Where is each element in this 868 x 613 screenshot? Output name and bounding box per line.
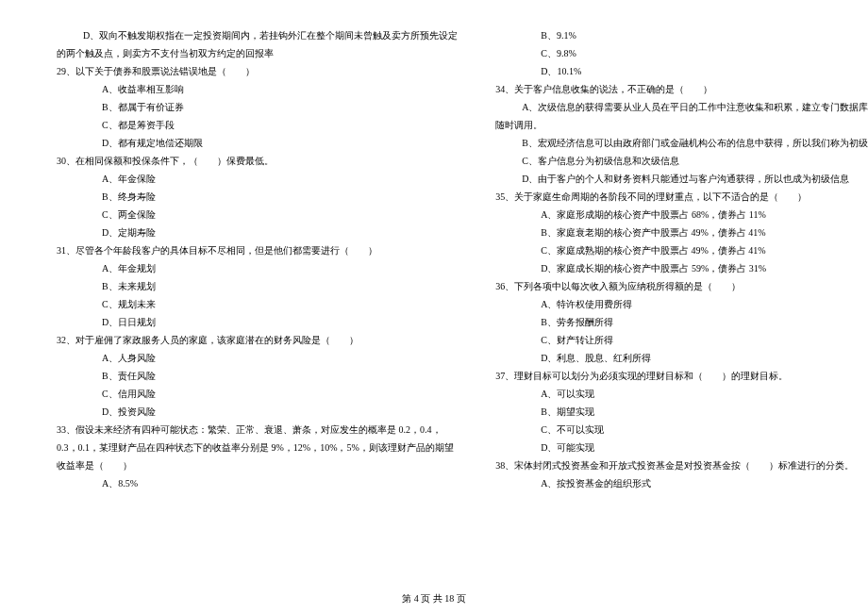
right_column-line: 36、下列各项中以每次收入额为应纳税所得额的是（ ） [486, 277, 868, 295]
left_column-line: B、责任风险 [47, 367, 458, 385]
right_column-line: A、次级信息的获得需要从业人员在平日的工作中注意收集和积累，建立专门数据库，以便 [486, 98, 868, 116]
left_column-line: A、收益率相互影响 [47, 80, 458, 98]
left_column-line: 30、在相同保额和投保条件下，（ ）保费最低。 [47, 152, 458, 170]
left_column-line: D、双向不触发期权指在一定投资期间内，若挂钩外汇在整个期间未曾触及卖方所预先设定 [47, 26, 458, 44]
right_column-line: 37、理财目标可以划分为必须实现的理财目标和（ ）的理财目标。 [486, 367, 868, 385]
left_column-line: C、都是筹资手段 [47, 116, 458, 134]
right_column-line: D、可能实现 [486, 439, 868, 456]
left_column-line: B、未来规划 [47, 277, 458, 295]
left_column-line: C、两全保险 [47, 206, 458, 224]
left_column-line: D、都有规定地偿还期限 [47, 134, 458, 152]
right_column-line: B、家庭衰老期的核心资产中股票占 49%，债券占 41% [486, 224, 868, 241]
right_column-line: C、客户信息分为初级信息和次级信息 [486, 152, 868, 170]
left-column: D、双向不触发期权指在一定投资期间内，若挂钩外汇在整个期间未曾触及卖方所预先设定… [47, 26, 458, 492]
left_column-line: A、人身风险 [47, 349, 458, 367]
right_column-line: C、财产转让所得 [486, 331, 868, 349]
right_column-line: C、不可以实现 [486, 421, 868, 439]
page-content: D、双向不触发期权指在一定投资期间内，若挂钩外汇在整个期间未曾触及卖方所预先设定… [0, 0, 868, 492]
right_column-line: D、家庭成长期的核心资产中股票占 59%，债券占 31% [486, 259, 868, 277]
right_column-line: B、劳务报酬所得 [486, 313, 868, 331]
right_column-line: A、可以实现 [486, 385, 868, 403]
right_column-line: C、家庭成熟期的核心资产中股票占 49%，债券占 41% [486, 241, 868, 259]
left_column-line: D、投资风险 [47, 403, 458, 421]
left_column-line: D、日日规划 [47, 313, 458, 331]
left_column-line: B、终身寿险 [47, 188, 458, 206]
right_column-line: B、期望实现 [486, 403, 868, 421]
left_column-line: C、规划未来 [47, 295, 458, 313]
left_column-line: 32、对于雇佣了家政服务人员的家庭，该家庭潜在的财务风险是（ ） [47, 331, 458, 349]
right_column-line: 35、关于家庭生命周期的各阶段不同的理财重点，以下不适合的是（ ） [486, 188, 868, 206]
right_column-line: D、由于客户的个人和财务资料只能通过与客户沟通获得，所以也成为初级信息 [486, 170, 868, 188]
left_column-line: 0.3，0.1，某理财产品在四种状态下的收益率分别是 9%，12%，10%，5%… [47, 439, 458, 456]
right_column-line: B、宏观经济信息可以由政府部门或金融机构公布的信息中获得，所以我们称为初级信息 [486, 134, 868, 152]
left_column-line: A、8.5% [47, 474, 458, 492]
left_column-line: 的两个触及点，则卖方不支付当初双方约定的回报率 [47, 44, 458, 62]
right_column-line: C、9.8% [486, 44, 868, 62]
left_column-line: C、信用风险 [47, 385, 458, 403]
right_column-line: A、家庭形成期的核心资产中股票占 68%，债券占 11% [486, 206, 868, 224]
right_column-line: A、特许权使用费所得 [486, 295, 868, 313]
right_column-line: 38、宋体封闭式投资基金和开放式投资基金是对投资基金按（ ）标准进行的分类。 [486, 456, 868, 474]
left_column-line: A、年金规划 [47, 259, 458, 277]
right_column-line: D、利息、股息、红利所得 [486, 349, 868, 367]
left_column-line: 31、尽管各个年龄段客户的具体目标不尽相同，但是他们都需要进行（ ） [47, 241, 458, 259]
right-column: B、9.1%C、9.8%D、10.1%34、关于客户信息收集的说法，不正确的是（… [486, 26, 868, 492]
right_column-line: B、9.1% [486, 26, 868, 44]
page-footer: 第 4 页 共 18 页 [0, 592, 868, 605]
right_column-line: 随时调用。 [486, 116, 868, 134]
right_column-line: 34、关于客户信息收集的说法，不正确的是（ ） [486, 80, 868, 98]
left_column-line: 收益率是（ ） [47, 456, 458, 474]
right_column-line: A、按投资基金的组织形式 [486, 474, 868, 492]
right_column-line: D、10.1% [486, 62, 868, 80]
left_column-line: D、定期寿险 [47, 224, 458, 241]
left_column-line: 29、以下关于债券和股票说法错误地是（ ） [47, 62, 458, 80]
left_column-line: B、都属于有价证券 [47, 98, 458, 116]
left_column-line: A、年金保险 [47, 170, 458, 188]
left_column-line: 33、假设未来经济有四种可能状态：繁荣、正常、衰退、萧条，对应发生的概率是 0.… [47, 421, 458, 439]
